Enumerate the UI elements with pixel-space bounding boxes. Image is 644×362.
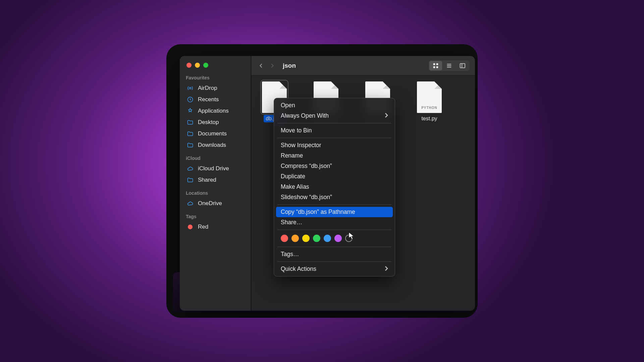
sidebar-item-label: Recents — [198, 96, 219, 103]
sidebar-item-label: iCloud Drive — [198, 165, 229, 172]
list-view-button[interactable] — [443, 61, 455, 70]
menu-separator — [277, 261, 391, 262]
sidebar-item-label: Shared — [198, 177, 216, 183]
folder-icon — [186, 176, 194, 184]
menu-separator — [277, 138, 391, 138]
svg-point-0 — [190, 87, 191, 89]
folder-icon — [186, 119, 194, 126]
sidebar-item-label: AirDrop — [198, 85, 217, 92]
svg-rect-4 — [433, 66, 435, 68]
menu-item-label: Rename — [281, 152, 303, 159]
window-controls — [186, 63, 247, 68]
context-menu: OpenAlways Open WithMove to BinShow Insp… — [274, 98, 395, 277]
menu-separator — [277, 204, 391, 205]
menu-item-label: Compress “db.json” — [281, 163, 332, 170]
forward-button[interactable] — [268, 61, 277, 70]
menu-separator — [277, 230, 391, 230]
sidebar-item-label: Red — [198, 224, 208, 230]
tag-color-swatch[interactable] — [281, 235, 288, 242]
desktop-frame: FavouritesAirDropRecentsApplicationsDesk… — [166, 44, 478, 318]
minimize-button[interactable] — [195, 63, 200, 68]
airdrop-icon — [186, 84, 194, 92]
sidebar: FavouritesAirDropRecentsApplicationsDesk… — [180, 56, 251, 311]
chevron-right-icon — [385, 112, 388, 119]
sidebar-item-shared[interactable]: Shared — [184, 174, 247, 186]
file-type-badge: PYTHON — [417, 106, 442, 110]
sidebar-item-label: Documents — [198, 130, 227, 137]
view-switcher — [429, 60, 470, 71]
menu-item-label: Always Open With — [281, 112, 329, 119]
menu-item-label: Share… — [281, 219, 302, 226]
sidebar-item-airdrop[interactable]: AirDrop — [184, 82, 247, 94]
icon-view-button[interactable] — [429, 61, 442, 70]
sidebar-section-label: Favourites — [186, 75, 245, 80]
sidebar-item-recents[interactable]: Recents — [184, 94, 247, 105]
file-label: test.py — [419, 115, 439, 122]
sidebar-item-applications[interactable]: Applications — [184, 105, 247, 117]
folder-icon — [186, 141, 194, 149]
menu-separator — [277, 123, 391, 123]
menu-item-label: Move to Bin — [281, 127, 312, 134]
sidebar-section-label: iCloud — [186, 156, 245, 161]
sidebar-item-red[interactable]: Red — [184, 221, 247, 233]
menu-item[interactable]: Show Inspector — [274, 140, 395, 150]
sidebar-item-label: Downloads — [198, 142, 226, 148]
sidebar-item-documents[interactable]: Documents — [184, 128, 247, 139]
menu-item[interactable]: Compress “db.json” — [274, 161, 395, 171]
menu-item[interactable]: Copy “db.json” as Pathname — [276, 207, 393, 217]
cloud-icon — [186, 200, 194, 207]
folder-icon — [186, 130, 194, 137]
svg-rect-9 — [460, 63, 465, 68]
menu-item-label: Quick Actions — [281, 265, 316, 273]
tag-dot-icon — [186, 223, 194, 231]
menu-item-label: Open — [281, 102, 295, 109]
menu-item[interactable]: Share… — [274, 217, 395, 228]
sidebar-item-label: Desktop — [198, 119, 219, 126]
menu-item-label: Show Inspector — [281, 142, 321, 149]
file-icon: PYTHON — [417, 81, 442, 113]
tag-color-swatch[interactable] — [302, 235, 310, 242]
svg-rect-3 — [436, 63, 438, 65]
window-title: json — [283, 62, 296, 69]
tag-color-row — [274, 232, 395, 245]
close-button[interactable] — [186, 63, 192, 68]
sidebar-item-onedrive[interactable]: OneDrive — [184, 198, 247, 209]
cursor-icon — [348, 232, 355, 240]
svg-rect-5 — [436, 66, 438, 68]
menu-item[interactable]: Always Open With — [274, 111, 395, 121]
menu-item[interactable]: Open — [274, 100, 395, 111]
menu-item[interactable]: Duplicate — [274, 171, 395, 182]
menu-item-label: Make Alias — [281, 183, 309, 190]
menu-item-label: Copy “db.json” as Pathname — [281, 208, 355, 216]
file-item[interactable]: PYTHON test.py — [411, 81, 448, 122]
menu-separator — [277, 247, 391, 247]
maximize-button[interactable] — [203, 63, 208, 68]
menu-item-label: Slideshow “db.json” — [281, 194, 332, 201]
menu-item[interactable]: Quick Actions — [274, 264, 395, 274]
sidebar-section-label: Locations — [186, 190, 245, 196]
clock-icon — [186, 96, 194, 103]
column-view-button[interactable] — [456, 61, 469, 70]
sidebar-item-desktop[interactable]: Desktop — [184, 117, 247, 128]
tag-color-swatch[interactable] — [334, 235, 342, 242]
sidebar-item-label: Applications — [198, 108, 229, 114]
svg-rect-2 — [433, 63, 435, 65]
sidebar-item-label: OneDrive — [198, 200, 222, 207]
tag-color-swatch[interactable] — [313, 235, 320, 242]
sidebar-section-label: Tags — [186, 214, 245, 219]
menu-item[interactable]: Make Alias — [274, 182, 395, 192]
menu-item[interactable]: Slideshow “db.json” — [274, 192, 395, 202]
cloud-icon — [186, 165, 194, 172]
tag-color-swatch[interactable] — [324, 235, 331, 242]
chevron-right-icon — [385, 265, 388, 273]
menu-item-label: Duplicate — [281, 173, 305, 180]
back-button[interactable] — [257, 61, 265, 70]
sidebar-item-icloud-drive[interactable]: iCloud Drive — [184, 163, 247, 174]
sidebar-item-downloads[interactable]: Downloads — [184, 139, 247, 151]
tag-color-swatch[interactable] — [291, 235, 299, 242]
menu-item[interactable]: Tags… — [274, 249, 395, 259]
toolbar: json — [251, 56, 475, 75]
menu-item[interactable]: Move to Bin — [274, 125, 395, 136]
menu-item[interactable]: Rename — [274, 150, 395, 161]
menu-item-label: Tags… — [281, 251, 299, 258]
